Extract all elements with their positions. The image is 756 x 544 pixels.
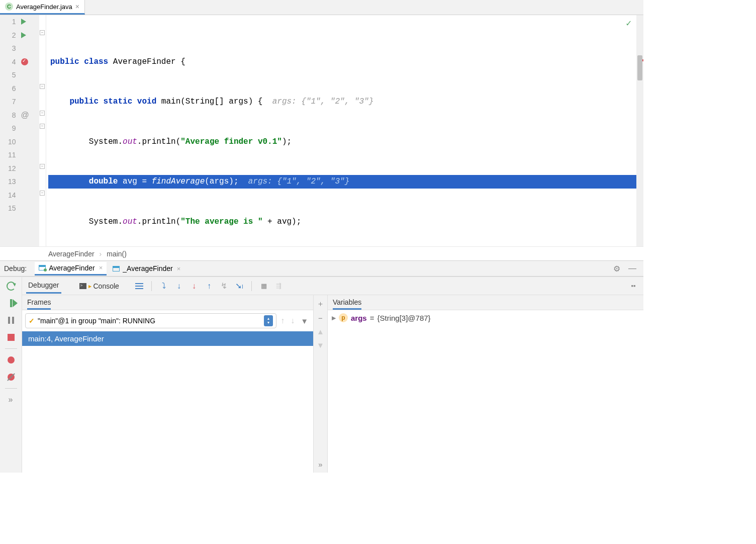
editor-gutter: 123 456 789 101112 131415 @: [0, 15, 39, 246]
next-frame-button[interactable]: ↓: [289, 316, 297, 325]
close-icon[interactable]: ×: [99, 264, 103, 271]
run-gutter-icon[interactable]: [21, 29, 26, 42]
mute-breakpoints-button[interactable]: [5, 371, 17, 383]
run-gutter-icon[interactable]: [21, 15, 26, 29]
editor-scrollbar[interactable]: [636, 15, 643, 246]
gear-icon[interactable]: ⚙: [610, 264, 623, 274]
line-numbers: 123 456 789 101112 131415: [0, 15, 19, 246]
tab-filename: AverageFinder.java: [16, 3, 72, 11]
fold-icon[interactable]: −: [40, 30, 45, 35]
variables-panel: Variables ▶ p args = {String[3]@787}: [328, 295, 643, 473]
more-icon[interactable]: »: [5, 394, 17, 406]
breakpoint-icon[interactable]: [21, 55, 28, 69]
threads-icon[interactable]: [133, 280, 145, 292]
variables-header: Variables: [328, 295, 643, 310]
debug-toolwindow-header: Debug: AverageFinder × _AverageFinder × …: [0, 260, 643, 277]
breadcrumb-class[interactable]: AverageFinder: [48, 250, 94, 258]
dropdown-stepper[interactable]: ▴▾: [264, 315, 273, 326]
stop-button[interactable]: [5, 331, 17, 343]
filter-icon[interactable]: ▼: [299, 317, 310, 325]
run-config-icon: [39, 265, 46, 270]
step-out-button[interactable]: ↑: [203, 280, 215, 292]
console-icon: [79, 283, 86, 289]
breadcrumb[interactable]: AverageFinder › main(): [0, 246, 643, 260]
force-step-into-button[interactable]: ↓: [188, 280, 200, 292]
fold-icon[interactable]: −: [40, 84, 45, 89]
step-into-button[interactable]: ↓: [173, 280, 185, 292]
debug-toolwindow: » Debugger ▸ Console ⤵ ↓ ↓ ↑ ↯ ➘I ▦ ⇶ ▪▪: [0, 277, 643, 473]
resume-button[interactable]: [5, 297, 17, 309]
scrollbar-thumb[interactable]: [637, 55, 642, 80]
debug-session-tab-active[interactable]: AverageFinder ×: [35, 262, 107, 276]
variable-row[interactable]: ▶ p args = {String[3]@787}: [328, 310, 643, 325]
frames-panel: Frames ✓ "main"@1 in group "main": RUNNI…: [22, 295, 314, 473]
pause-button[interactable]: [5, 314, 17, 326]
up-button[interactable]: ▲: [317, 327, 324, 336]
frames-header: Frames: [22, 295, 313, 310]
run-config-icon: [113, 266, 120, 271]
prev-frame-button[interactable]: ↑: [278, 316, 287, 325]
class-icon: C: [5, 3, 13, 11]
layout-settings-button[interactable]: ▪▪: [627, 280, 639, 292]
hide-icon[interactable]: —: [625, 264, 639, 273]
expand-icon[interactable]: ▶: [332, 315, 336, 321]
debug-toolbar: Debugger ▸ Console ⤵ ↓ ↓ ↑ ↯ ➘I ▦ ⇶ ▪▪: [22, 277, 643, 295]
debugger-tab[interactable]: Debugger: [26, 278, 61, 294]
view-breakpoints-button[interactable]: [5, 354, 17, 366]
editor-tab-averagefinder[interactable]: C AverageFinder.java ×: [0, 0, 85, 15]
variables-toolbar: ＋ − ▲ ▼ »: [314, 295, 328, 473]
fold-icon[interactable]: −: [40, 124, 45, 129]
parameter-icon: p: [339, 313, 348, 322]
check-icon: ✓: [29, 317, 35, 325]
editor-tabs: C AverageFinder.java ×: [0, 0, 643, 15]
override-icon[interactable]: @: [21, 109, 29, 122]
chevron-right-icon: ›: [100, 250, 102, 258]
execution-line: double avg = findAverage(args); args: {"…: [48, 175, 636, 189]
rerun-button[interactable]: [5, 280, 17, 292]
breadcrumb-method[interactable]: main(): [107, 250, 127, 258]
code-area[interactable]: ✓ public class AverageFinder { public st…: [46, 15, 636, 246]
console-tab[interactable]: ▸ Console: [77, 279, 121, 293]
toolwindow-title: Debug:: [4, 264, 27, 273]
drop-frame-button[interactable]: ↯: [218, 280, 230, 292]
debug-session-tab[interactable]: _AverageFinder ×: [109, 262, 184, 275]
close-icon[interactable]: ×: [177, 265, 181, 273]
stack-frame-row[interactable]: main:4, AverageFinder: [22, 331, 313, 346]
close-icon[interactable]: ×: [75, 3, 79, 11]
analysis-ok-icon[interactable]: ✓: [626, 17, 631, 31]
gutter-icons: @: [19, 15, 39, 246]
debug-left-toolbar: »: [0, 277, 22, 473]
remove-watch-button[interactable]: −: [318, 314, 323, 322]
fold-icon[interactable]: −: [40, 191, 45, 196]
more-icon[interactable]: »: [318, 460, 322, 469]
step-over-button[interactable]: ⤵: [158, 280, 170, 292]
run-to-cursor-button[interactable]: ➘I: [233, 280, 245, 292]
code-editor[interactable]: 123 456 789 101112 131415 @ − − − − − − …: [0, 15, 643, 246]
trace-current-stream-button[interactable]: ⇶: [273, 280, 285, 292]
thread-selector[interactable]: ✓ "main"@1 in group "main": RUNNING ▴▾: [25, 313, 276, 328]
fold-icon[interactable]: −: [40, 164, 45, 169]
fold-column: − − − − − −: [39, 15, 46, 246]
new-watch-button[interactable]: ＋: [317, 299, 324, 309]
down-button[interactable]: ▼: [317, 341, 324, 349]
fold-icon[interactable]: −: [40, 111, 45, 116]
evaluate-expression-button[interactable]: ▦: [258, 280, 270, 292]
